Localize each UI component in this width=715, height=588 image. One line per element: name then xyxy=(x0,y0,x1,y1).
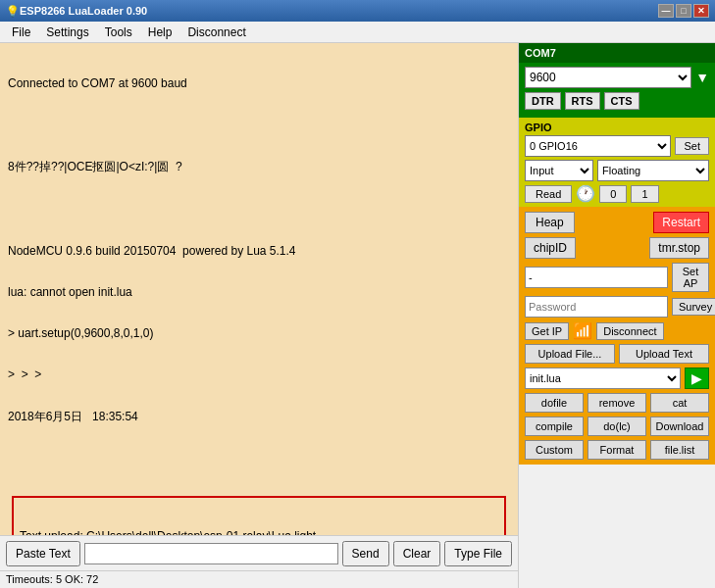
setap-button[interactable]: Set AP xyxy=(672,263,709,292)
ap-row: Set AP xyxy=(525,263,709,292)
close-button[interactable]: ✕ xyxy=(693,4,709,18)
type-file-button[interactable]: Type File xyxy=(444,541,512,566)
dropdown-arrow-icon: ▼ xyxy=(695,70,709,85)
menu-help[interactable]: Help xyxy=(140,24,180,41)
file-exec-button[interactable]: ▶ xyxy=(685,368,709,389)
upload-text-button[interactable]: Upload Text xyxy=(619,344,709,364)
cts-button[interactable]: CTS xyxy=(604,92,639,110)
password-row: Survey xyxy=(525,296,709,318)
terminal-line xyxy=(8,453,510,466)
gpio-pin-row: 0 GPIO16 1 GPIO5 Set xyxy=(525,135,709,157)
baud-row: 9600 115200 57600 ▼ xyxy=(525,67,709,88)
titlebar: 💡 ESP8266 LuaLoader 0.90 — □ ✕ xyxy=(0,0,715,22)
ip-row: Get IP 📶 Disconnect xyxy=(525,321,709,340)
dolc-button[interactable]: do(lc) xyxy=(587,416,646,436)
remove-button[interactable]: remove xyxy=(587,393,646,413)
download-button[interactable]: Download xyxy=(650,416,709,436)
send-button[interactable]: Send xyxy=(342,541,389,566)
gpio-label: GPIO xyxy=(525,122,709,133)
status-text: Timeouts: 5 OK: 72 xyxy=(6,573,98,585)
file-row: init.lua main.lua ▶ xyxy=(525,368,709,389)
gpio-pin-select[interactable]: 0 GPIO16 1 GPIO5 xyxy=(525,135,671,157)
com-inner: 9600 115200 57600 ▼ DTR RTS CTS xyxy=(519,63,715,118)
cmd-row-1: dofile remove cat xyxy=(525,393,709,413)
upload-buttons-row: Upload File... Upload Text xyxy=(525,344,709,364)
minimize-button[interactable]: — xyxy=(658,4,674,18)
gpio-set-button[interactable]: Set xyxy=(675,137,709,155)
paste-input[interactable] xyxy=(84,543,338,564)
terminal-area: Connected to COM7 at 9600 baud 8件??掉??|O… xyxy=(0,43,519,588)
com-section-label: COM7 xyxy=(519,43,715,63)
clear-button[interactable]: Clear xyxy=(393,541,441,566)
upload-file-button[interactable]: Upload File... xyxy=(525,344,615,364)
heap-button[interactable]: Heap xyxy=(525,212,575,233)
terminal-line: > > > xyxy=(8,368,510,381)
orange-section: Heap Restart chipID tmr.stop Set AP Surv… xyxy=(519,207,715,465)
statusbar: Timeouts: 5 OK: 72 xyxy=(0,570,518,588)
file-select[interactable]: init.lua main.lua xyxy=(525,368,681,389)
window-controls: — □ ✕ xyxy=(658,4,709,18)
cat-button[interactable]: cat xyxy=(650,393,709,413)
chipid-button[interactable]: chipID xyxy=(525,237,576,259)
clock-icon: 🕐 xyxy=(576,184,595,203)
paste-text-button[interactable]: Paste Text xyxy=(6,541,80,566)
ap-input[interactable] xyxy=(525,267,668,288)
gpio-section: GPIO 0 GPIO16 1 GPIO5 Set Input Output F… xyxy=(519,118,715,207)
app-title: ESP8266 LuaLoader 0.90 xyxy=(20,5,147,17)
dtr-button[interactable]: DTR xyxy=(525,92,561,110)
serial-buttons-row: DTR RTS CTS xyxy=(525,92,709,110)
menubar: File Settings Tools Help Disconnect xyxy=(0,22,715,43)
gpio-float-select[interactable]: Floating Pullup xyxy=(597,160,709,181)
restart-button[interactable]: Restart xyxy=(653,212,709,233)
gpio-mode-select[interactable]: Input Output xyxy=(525,160,593,181)
menu-tools[interactable]: Tools xyxy=(97,24,140,41)
custom-button[interactable]: Custom xyxy=(525,440,584,460)
compile-button[interactable]: compile xyxy=(525,416,584,436)
gpio-one-button[interactable]: 1 xyxy=(631,185,658,203)
menu-disconnect[interactable]: Disconnect xyxy=(179,24,253,41)
filelist-button[interactable]: file.list xyxy=(650,440,709,460)
menu-file[interactable]: File xyxy=(4,24,38,41)
upload-section: Text upload: C:\Users\dell\Desktop\esp-0… xyxy=(12,496,506,535)
bottom-bar: Paste Text Send Clear Type File xyxy=(0,535,518,570)
rts-button[interactable]: RTS xyxy=(565,92,600,110)
cmd-row-2: compile do(lc) Download xyxy=(525,416,709,436)
terminal-line: 2018年6月5日 18:35:54 xyxy=(8,409,510,425)
terminal-line: Connected to COM7 at 9600 baud xyxy=(8,76,510,90)
dofile-button[interactable]: dofile xyxy=(525,393,584,413)
main-content: Connected to COM7 at 9600 baud 8件??掉??|O… xyxy=(0,43,715,588)
terminal-line xyxy=(8,118,510,131)
right-panel: COM7 9600 115200 57600 ▼ DTR RTS CTS GPI… xyxy=(519,43,715,588)
password-input[interactable] xyxy=(525,296,668,318)
baud-select[interactable]: 9600 115200 57600 xyxy=(525,67,691,88)
chipid-tmrstop-row: chipID tmr.stop xyxy=(525,237,709,259)
terminal-line: 8件??掉??|OCE抠圆|O<zI:?|圆 ? xyxy=(8,159,510,175)
gpio-zero-button[interactable]: 0 xyxy=(599,185,627,203)
survey-button[interactable]: Survey xyxy=(672,298,715,316)
gpio-read-row: Read 🕐 0 1 xyxy=(525,184,709,203)
wifi-icon: 📶 xyxy=(573,321,592,340)
terminal-line xyxy=(8,203,510,217)
terminal-line: NodeMCU 0.9.6 build 20150704 powered by … xyxy=(8,244,510,258)
maximize-button[interactable]: □ xyxy=(676,4,691,18)
app-icon: 💡 xyxy=(6,5,20,18)
gpio-read-button[interactable]: Read xyxy=(525,185,572,203)
getip-button[interactable]: Get IP xyxy=(525,322,569,340)
format-button[interactable]: Format xyxy=(587,440,646,460)
terminal-output[interactable]: Connected to COM7 at 9600 baud 8件??掉??|O… xyxy=(0,43,518,535)
menu-settings[interactable]: Settings xyxy=(38,24,96,41)
terminal-line: > uart.setup(0,9600,8,0,1,0) xyxy=(8,326,510,340)
tmrstop-button[interactable]: tmr.stop xyxy=(649,237,709,259)
gpio-mode-row: Input Output Floating Pullup xyxy=(525,160,709,181)
terminal-line: lua: cannot open init.lua xyxy=(8,285,510,299)
heap-restart-row: Heap Restart xyxy=(525,212,709,233)
disconnect-button[interactable]: Disconnect xyxy=(596,322,663,340)
cmd-row-3: Custom Format file.list xyxy=(525,440,709,460)
